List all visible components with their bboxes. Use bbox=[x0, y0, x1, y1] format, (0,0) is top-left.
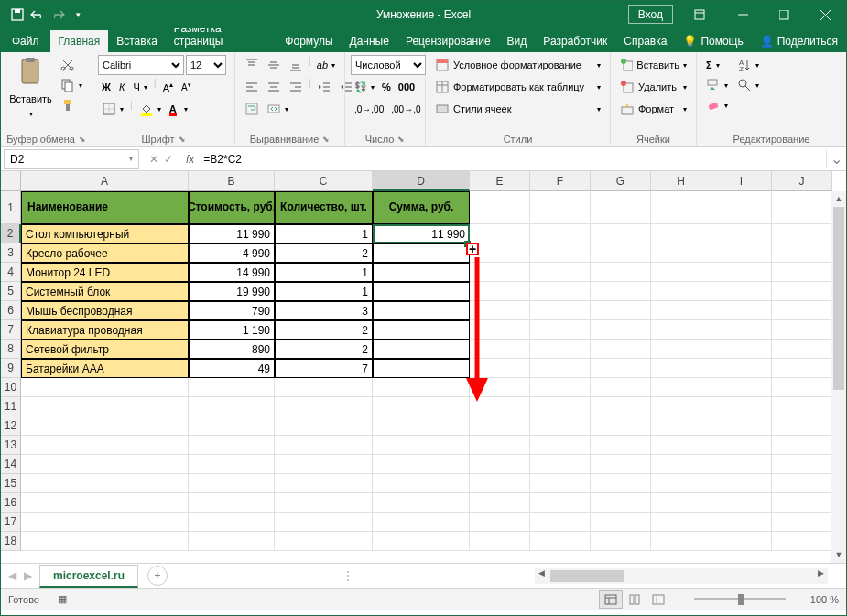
tab-dev[interactable]: Разработчик bbox=[535, 30, 615, 52]
cell-empty[interactable] bbox=[711, 243, 772, 263]
cell-empty[interactable] bbox=[470, 493, 530, 513]
align-middle-button[interactable] bbox=[263, 55, 285, 75]
cell-empty[interactable] bbox=[772, 224, 832, 243]
format-table-button[interactable]: Форматировать как таблицу▾ bbox=[431, 77, 604, 97]
cell-empty[interactable] bbox=[651, 416, 711, 436]
cell-empty[interactable] bbox=[530, 416, 591, 436]
percent-button[interactable]: % bbox=[378, 77, 395, 97]
cell-empty[interactable] bbox=[772, 397, 832, 416]
cell-empty[interactable] bbox=[530, 359, 591, 378]
cell-empty[interactable] bbox=[530, 320, 591, 340]
cell-empty[interactable] bbox=[189, 416, 275, 436]
cell-empty[interactable] bbox=[711, 224, 772, 243]
cell-empty[interactable] bbox=[772, 455, 832, 474]
qat-customize-icon[interactable]: ▾ bbox=[69, 5, 87, 24]
zoom-out-button[interactable]: − bbox=[679, 594, 685, 605]
decrease-indent-button[interactable] bbox=[313, 77, 335, 97]
cell-empty[interactable] bbox=[651, 378, 711, 397]
cell-empty[interactable] bbox=[711, 416, 772, 436]
cell-empty[interactable] bbox=[711, 474, 772, 493]
cell-empty[interactable] bbox=[470, 513, 530, 532]
page-break-view-button[interactable] bbox=[646, 590, 670, 609]
row-header-18[interactable]: 18 bbox=[1, 532, 21, 551]
tab-insert[interactable]: Вставка bbox=[108, 30, 166, 52]
cell-empty[interactable] bbox=[772, 243, 832, 263]
font-color-button[interactable]: A▾ bbox=[166, 99, 191, 119]
cell-empty[interactable] bbox=[591, 340, 651, 359]
cell-empty[interactable] bbox=[651, 474, 711, 493]
minimize-button[interactable] bbox=[722, 1, 764, 28]
cell-empty[interactable] bbox=[373, 455, 470, 474]
cell-empty[interactable] bbox=[711, 320, 772, 340]
cell-empty[interactable] bbox=[530, 191, 591, 224]
cell-empty[interactable] bbox=[189, 513, 275, 532]
cell-empty[interactable] bbox=[591, 493, 651, 513]
cell-empty[interactable] bbox=[530, 455, 591, 474]
align-bottom-button[interactable] bbox=[285, 55, 307, 75]
cell-empty[interactable] bbox=[591, 397, 651, 416]
cell-empty[interactable] bbox=[470, 455, 530, 474]
cell-empty[interactable] bbox=[530, 243, 591, 263]
save-icon[interactable] bbox=[8, 5, 27, 24]
tab-home[interactable]: Главная bbox=[50, 30, 109, 52]
cell-empty[interactable] bbox=[530, 224, 591, 243]
bold-button[interactable]: Ж bbox=[98, 77, 114, 97]
cell-empty[interactable] bbox=[530, 474, 591, 493]
cell-empty[interactable] bbox=[651, 263, 711, 282]
cell-empty[interactable] bbox=[275, 532, 373, 551]
cell-empty[interactable] bbox=[530, 513, 591, 532]
cell-empty[interactable] bbox=[21, 513, 189, 532]
col-header-J[interactable]: J bbox=[772, 171, 832, 191]
cell-empty[interactable] bbox=[21, 493, 189, 513]
cell-empty[interactable] bbox=[651, 436, 711, 455]
name-box[interactable]: D2▾ bbox=[4, 149, 139, 169]
cell-empty[interactable] bbox=[373, 493, 470, 513]
cell-empty[interactable] bbox=[711, 455, 772, 474]
cell-empty[interactable] bbox=[651, 282, 711, 301]
align-center-button[interactable] bbox=[263, 77, 285, 97]
cell-empty[interactable] bbox=[651, 532, 711, 551]
cell-empty[interactable] bbox=[189, 436, 275, 455]
cell-empty[interactable] bbox=[530, 301, 591, 320]
font-dialog-icon[interactable]: ⬊ bbox=[179, 135, 186, 144]
cell-empty[interactable] bbox=[772, 191, 832, 224]
cell-empty[interactable] bbox=[772, 436, 832, 455]
tab-help[interactable]: Справка bbox=[615, 30, 675, 52]
borders-button[interactable]: ▾ bbox=[98, 99, 127, 119]
conditional-format-button[interactable]: Условное форматирование▾ bbox=[431, 55, 604, 75]
format-painter-button[interactable] bbox=[57, 95, 86, 115]
italic-button[interactable]: К bbox=[115, 77, 128, 97]
cell-empty[interactable] bbox=[21, 416, 189, 436]
tab-formulas[interactable]: Формулы bbox=[277, 30, 341, 52]
align-dialog-icon[interactable]: ⬊ bbox=[322, 135, 330, 144]
paste-button[interactable]: Вставить▾ bbox=[6, 55, 55, 121]
cell-empty[interactable] bbox=[711, 282, 772, 301]
cell-empty[interactable] bbox=[772, 301, 832, 320]
cell-empty[interactable] bbox=[711, 263, 772, 282]
cell-empty[interactable] bbox=[772, 359, 832, 378]
page-layout-view-button[interactable] bbox=[623, 590, 646, 609]
cell-empty[interactable] bbox=[530, 282, 591, 301]
cell-empty[interactable] bbox=[530, 532, 591, 551]
login-button[interactable]: Вход bbox=[628, 5, 673, 24]
cell-empty[interactable] bbox=[275, 513, 373, 532]
cell-empty[interactable] bbox=[651, 513, 711, 532]
cell-empty[interactable] bbox=[772, 282, 832, 301]
tab-review[interactable]: Рецензирование bbox=[397, 30, 499, 52]
cell-empty[interactable] bbox=[21, 436, 189, 455]
cell-empty[interactable] bbox=[651, 493, 711, 513]
find-button[interactable]: ▾ bbox=[733, 75, 763, 95]
cell-empty[interactable] bbox=[530, 378, 591, 397]
worksheet-grid[interactable]: ABCDEFGHIJ1НаименованиеСтоимость, руб.Ко… bbox=[1, 171, 846, 563]
close-button[interactable] bbox=[805, 1, 846, 28]
add-sheet-button[interactable]: + bbox=[147, 566, 168, 586]
wrap-text-button[interactable] bbox=[241, 99, 263, 119]
cell-empty[interactable] bbox=[651, 397, 711, 416]
cancel-formula-icon[interactable]: ✕ bbox=[149, 153, 158, 166]
cell-empty[interactable] bbox=[772, 532, 832, 551]
cell-empty[interactable] bbox=[591, 301, 651, 320]
cell-empty[interactable] bbox=[651, 359, 711, 378]
cell-empty[interactable] bbox=[530, 263, 591, 282]
tab-file[interactable]: Файл bbox=[1, 30, 50, 52]
cell-empty[interactable] bbox=[189, 493, 275, 513]
